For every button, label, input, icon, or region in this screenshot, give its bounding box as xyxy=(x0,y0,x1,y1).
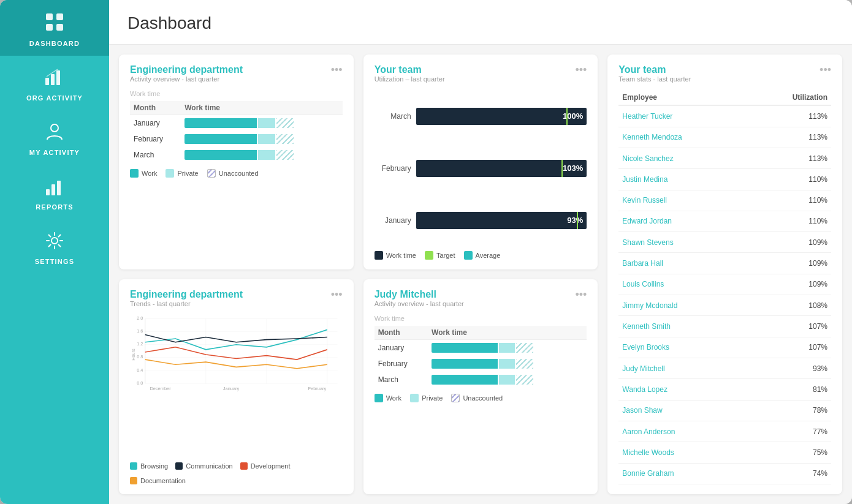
card-eng-title: Engineering department xyxy=(130,64,243,75)
card-eng-subtitle: Activity overview - last quarter xyxy=(130,75,243,83)
employee-name[interactable]: Kevin Russell xyxy=(618,190,748,211)
team-stats-table: Employee Utilization Heather Tucker113%K… xyxy=(618,90,831,484)
employee-name[interactable]: Michelle Woods xyxy=(618,442,748,463)
team-table-row: Barbara Hall109% xyxy=(618,253,831,274)
team-table-row: Jason Shaw78% xyxy=(618,400,831,421)
employee-name[interactable]: Kenneth Mendoza xyxy=(618,127,748,148)
svg-rect-2 xyxy=(46,24,53,31)
employee-name[interactable]: Wanda Lopez xyxy=(618,379,748,400)
employee-util: 107% xyxy=(749,337,831,358)
svg-rect-9 xyxy=(51,184,55,195)
employee-name[interactable]: Barbara Hall xyxy=(618,253,748,274)
legend-work-1: Work xyxy=(130,169,157,178)
bar-mar-judy xyxy=(428,372,587,388)
month-jan-judy: January xyxy=(375,340,428,356)
employee-name[interactable]: Judy Mitchell xyxy=(618,358,748,379)
employee-util: 107% xyxy=(749,316,831,337)
my-activity-icon xyxy=(44,121,65,145)
card-teamstats-menu[interactable]: ••• xyxy=(820,64,831,75)
card-judy-menu[interactable]: ••• xyxy=(575,289,587,300)
work-time-label-1: Work time xyxy=(130,90,343,97)
employee-util: 109% xyxy=(749,253,831,274)
employee-name[interactable]: Kenneth Smith xyxy=(618,316,748,337)
employee-util: 113% xyxy=(749,148,831,168)
employee-name[interactable]: Heather Tucker xyxy=(618,105,748,127)
employee-name[interactable]: Jimmy Mcdonald xyxy=(618,295,748,316)
card-eng-trends: Engineering department Trends - last qua… xyxy=(119,279,354,494)
legend-private-judy: Private xyxy=(410,394,443,402)
employee-name[interactable]: Justin Medina xyxy=(618,169,748,190)
employee-name[interactable]: Jason Shaw xyxy=(618,400,748,421)
page-title: Dashboard xyxy=(127,13,834,33)
card-judy-subtitle: Activity overview - last quarter xyxy=(375,300,464,307)
judy-legend: Work Private Unaccounted xyxy=(375,394,587,402)
card-teamstats-title: Your team xyxy=(618,64,691,75)
employee-util: 109% xyxy=(749,232,831,253)
legend-browsing: Browsing xyxy=(130,462,168,470)
svg-text:0.8: 0.8 xyxy=(137,355,143,360)
employee-util: 110% xyxy=(749,211,831,231)
team-table-row: Kevin Russell110% xyxy=(618,190,831,211)
svg-point-11 xyxy=(51,238,58,244)
sidebar-item-reports[interactable]: REPORTS xyxy=(0,165,109,219)
bar-feb-judy xyxy=(428,356,587,372)
bar-feb-1 xyxy=(181,131,342,147)
card-team-util-menu[interactable]: ••• xyxy=(575,64,587,75)
employee-name[interactable]: Shawn Stevens xyxy=(618,232,748,253)
util-row-february: February 103% xyxy=(375,160,587,177)
employee-util: 81% xyxy=(749,379,831,400)
bar-jan-1 xyxy=(181,115,342,132)
legend-communication: Communication xyxy=(175,462,232,470)
sidebar-item-dashboard[interactable]: DASHBOARD xyxy=(0,0,109,56)
employee-name[interactable]: Bonnie Graham xyxy=(618,463,748,484)
employee-name[interactable]: Nicole Sanchez xyxy=(618,148,748,168)
bar-mar-1 xyxy=(181,147,342,163)
sidebar-item-org-activity[interactable]: ORG ACTIVITY xyxy=(0,56,109,110)
card-trends-menu[interactable]: ••• xyxy=(331,289,343,300)
employee-util: 110% xyxy=(749,169,831,190)
col-month-judy: Month xyxy=(375,326,428,340)
legend-target: Target xyxy=(425,251,455,260)
team-table-row: Kenneth Mendoza113% xyxy=(618,127,831,148)
util-bar-february: 103% xyxy=(416,160,587,177)
table-row: January xyxy=(375,340,587,356)
team-table-row: Judy Mitchell93% xyxy=(618,358,831,379)
trend-legend: Browsing Communication Development Docum… xyxy=(130,462,343,484)
util-row-march: March 100% xyxy=(375,108,587,125)
col-utilization: Utilization xyxy=(749,90,831,105)
col-worktime-judy: Work time xyxy=(428,326,587,340)
team-table-row: Edward Jordan110% xyxy=(618,211,831,231)
sidebar-label-reports: REPORTS xyxy=(36,203,74,211)
table-row: February xyxy=(130,131,343,147)
svg-text:2.0: 2.0 xyxy=(137,315,143,321)
sidebar-label-dashboard: DASHBOARD xyxy=(29,40,80,47)
employee-name[interactable]: Aaron Anderson xyxy=(618,421,748,442)
svg-text:December: December xyxy=(150,386,171,392)
month-mar-judy: March xyxy=(375,372,428,388)
employee-util: 110% xyxy=(749,190,831,211)
page-header: Dashboard xyxy=(109,0,852,45)
employee-name[interactable]: Edward Jordan xyxy=(618,211,748,231)
trend-chart-area: 2.0 1.6 1.2 0.8 0.4 0.0 Hours xyxy=(130,315,343,459)
sidebar: DASHBOARD ORG ACTIVITY MY ACTIVITY xyxy=(0,0,109,504)
svg-rect-5 xyxy=(51,74,55,85)
employee-name[interactable]: Evelyn Brooks xyxy=(618,337,748,358)
card-eng-menu[interactable]: ••• xyxy=(331,64,343,75)
util-bar-january: 93% xyxy=(416,212,587,229)
bar-jan-judy xyxy=(428,340,587,356)
employee-util: 78% xyxy=(749,400,831,421)
sidebar-label-org: ORG ACTIVITY xyxy=(26,94,83,102)
team-table-row: Aaron Anderson77% xyxy=(618,421,831,442)
card-judy-mitchell: Judy Mitchell Activity overview - last q… xyxy=(363,279,598,494)
settings-icon xyxy=(44,230,65,254)
sidebar-item-my-activity[interactable]: MY ACTIVITY xyxy=(0,110,109,165)
table-row: March xyxy=(375,372,587,388)
svg-text:Hours: Hours xyxy=(131,348,136,361)
svg-rect-4 xyxy=(45,78,49,85)
card-trends-subtitle: Trends - last quarter xyxy=(130,300,243,307)
sidebar-item-settings[interactable]: SETTINGS xyxy=(0,219,109,274)
employee-name[interactable]: Louis Collins xyxy=(618,274,748,295)
legend-average: Average xyxy=(464,251,501,260)
team-table-row: Jimmy Mcdonald108% xyxy=(618,295,831,316)
team-table-row: Heather Tucker113% xyxy=(618,105,831,127)
